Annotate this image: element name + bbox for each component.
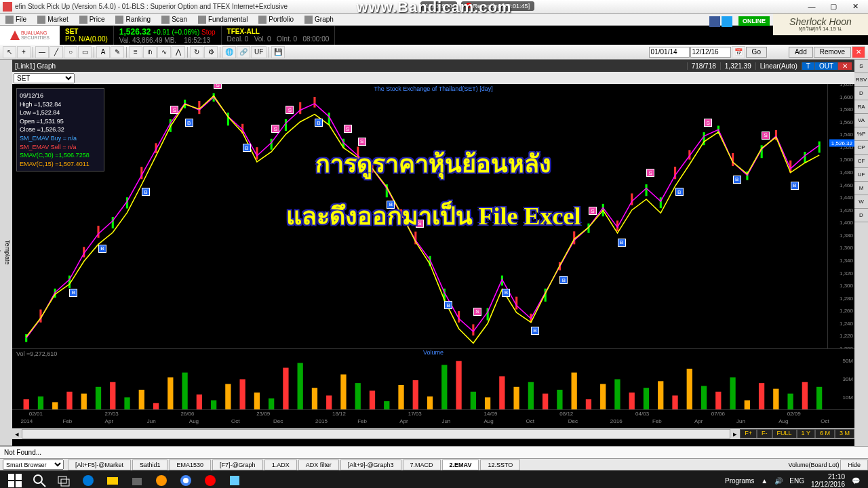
tool-pen[interactable]: ✎ <box>111 46 124 58</box>
explorer-icon[interactable] <box>100 472 125 488</box>
rightbtn-CP[interactable]: CP <box>854 141 868 155</box>
date-to-input[interactable] <box>690 47 731 58</box>
tool-wave[interactable]: ∿ <box>157 46 171 58</box>
tool-fib[interactable]: ⫙ <box>143 46 157 58</box>
rightbtn-VA[interactable]: VA <box>854 114 868 127</box>
out-button[interactable]: OUT <box>814 62 837 70</box>
scroll-left[interactable]: ◂ <box>12 430 22 439</box>
lefttab-template[interactable]: Template <box>3 60 12 446</box>
add-button[interactable]: Add <box>789 47 813 58</box>
range-full[interactable]: FULL <box>772 429 797 439</box>
bandicam-icon[interactable] <box>198 472 222 488</box>
menu-price[interactable]: Price <box>74 16 111 24</box>
tool-link[interactable]: 🔗 <box>237 46 250 58</box>
rightbtn-RSV[interactable]: RSV <box>854 73 868 87</box>
tool-rect[interactable]: ▭ <box>78 46 92 58</box>
twitter-icon[interactable] <box>722 16 732 27</box>
menu-ranking[interactable]: Ranking <box>110 16 156 24</box>
rightbtn-M[interactable]: M <box>854 182 868 195</box>
remove-button[interactable]: Remove <box>814 47 851 58</box>
tool-refresh[interactable]: ↻ <box>190 46 203 58</box>
svg-rect-114 <box>8 481 14 487</box>
tab-8[interactable]: 2.EMAV <box>442 460 479 470</box>
tool-save[interactable]: 💾 <box>271 46 285 58</box>
taskview-icon[interactable] <box>52 472 76 488</box>
tab-7[interactable]: 7.MACD <box>403 460 441 470</box>
scrollbar[interactable] <box>22 429 730 439</box>
edge-icon[interactable] <box>76 472 100 488</box>
svg-rect-119 <box>61 479 69 486</box>
maximize-button[interactable]: ▢ <box>823 1 844 12</box>
tab-9[interactable]: 12.SSTO <box>480 460 520 470</box>
search-icon[interactable] <box>27 472 52 488</box>
tool-circle[interactable]: ○ <box>64 46 77 58</box>
svg-rect-93 <box>557 390 562 411</box>
rightbtn-RA[interactable]: RA <box>854 100 868 114</box>
svg-rect-110 <box>802 382 808 411</box>
calendar-icon[interactable]: 📅 <box>732 46 745 58</box>
tab-4[interactable]: 1.ADX <box>264 460 297 470</box>
tray-programs[interactable]: Programs <box>725 477 754 485</box>
tray-volume-icon[interactable]: 🔊 <box>774 477 783 485</box>
tool-pointer[interactable]: ↖ <box>3 46 16 58</box>
close-panel-button[interactable]: ✕ <box>852 46 865 58</box>
tool-hlines[interactable]: ≡ <box>129 46 142 58</box>
facebook-icon[interactable] <box>709 16 720 27</box>
tool-settings[interactable]: ⚙ <box>204 46 218 58</box>
chrome-icon[interactable] <box>174 472 198 488</box>
browser-select[interactable]: Smart Browser <box>3 460 64 470</box>
svg-rect-105 <box>730 378 735 411</box>
store-icon[interactable] <box>125 472 149 488</box>
start-button[interactable] <box>3 472 27 488</box>
firefox-icon[interactable] <box>149 472 174 488</box>
tab-5[interactable]: ADX filter <box>298 460 339 470</box>
tab-3[interactable]: [F7]-@Graph <box>212 460 263 470</box>
tool-globe[interactable]: 🌐 <box>222 46 236 58</box>
tray-lang[interactable]: ENG <box>789 477 804 485</box>
rightbtn-S[interactable]: S <box>854 60 868 73</box>
tool-line[interactable]: — <box>35 46 49 58</box>
svg-rect-68 <box>197 394 202 411</box>
menu-fundamental[interactable]: Fundamental <box>193 16 253 24</box>
rightbtn-CF[interactable]: CF <box>854 155 868 168</box>
minimize-button[interactable]: — <box>802 1 822 12</box>
rightbtn-%P[interactable]: %P <box>854 127 868 141</box>
tab-0[interactable]: [Alt+F5]-@Market <box>68 460 131 470</box>
tool-zig[interactable]: ⋀ <box>172 46 185 58</box>
rightbtn-D[interactable]: D <box>854 209 868 222</box>
buy-marker: B <box>733 176 741 184</box>
tab-6[interactable]: [Alt+9]-@Graph3 <box>340 460 401 470</box>
price-chart[interactable]: The Stock Exchange of Thailand(SET) [day… <box>12 84 854 348</box>
rightbtn-D[interactable]: D <box>854 87 868 100</box>
tray-notifications-icon[interactable]: 💬 <box>852 477 860 485</box>
tab-1[interactable]: Sathid1 <box>132 460 168 470</box>
range-3m[interactable]: 3 M <box>835 429 854 439</box>
tool-crosshair[interactable]: + <box>17 46 31 58</box>
range-1y[interactable]: 1 Y <box>797 429 815 439</box>
go-button[interactable]: Go <box>746 47 767 58</box>
app-task-icon[interactable] <box>222 472 247 488</box>
tab-2[interactable]: EMA1530 <box>169 460 211 470</box>
tool-uf[interactable]: UF <box>251 46 267 58</box>
scroll-right[interactable]: ▸ <box>730 430 740 439</box>
rightbtn-UF[interactable]: UF <box>854 168 868 182</box>
menu-scan[interactable]: Scan <box>156 16 193 24</box>
menu-portfolio[interactable]: Portfolio <box>253 16 299 24</box>
lefttab-alert[interactable]: Alert <box>0 60 3 446</box>
volume-chart[interactable]: Vol =9,272,610 Volume 50M30M10M <box>12 348 854 409</box>
symbol-select[interactable]: SET <box>14 73 75 83</box>
range-fminus[interactable]: F- <box>757 429 772 439</box>
menu-file[interactable]: File <box>0 16 32 24</box>
menu-graph[interactable]: Graph <box>299 16 339 24</box>
hide-button[interactable]: Hide <box>840 460 868 470</box>
menu-market[interactable]: Market <box>32 16 74 24</box>
tool-text[interactable]: A <box>96 46 110 58</box>
date-from-input[interactable] <box>649 47 690 58</box>
chart-close-button[interactable]: ✕ <box>837 62 852 70</box>
range-fplus[interactable]: F+ <box>740 429 757 439</box>
close-button[interactable]: ✕ <box>845 1 865 12</box>
t-button[interactable]: T <box>802 62 814 70</box>
range-6m[interactable]: 6 M <box>815 429 835 439</box>
tool-line2[interactable]: ╱ <box>50 46 63 58</box>
rightbtn-W[interactable]: W <box>854 195 868 209</box>
